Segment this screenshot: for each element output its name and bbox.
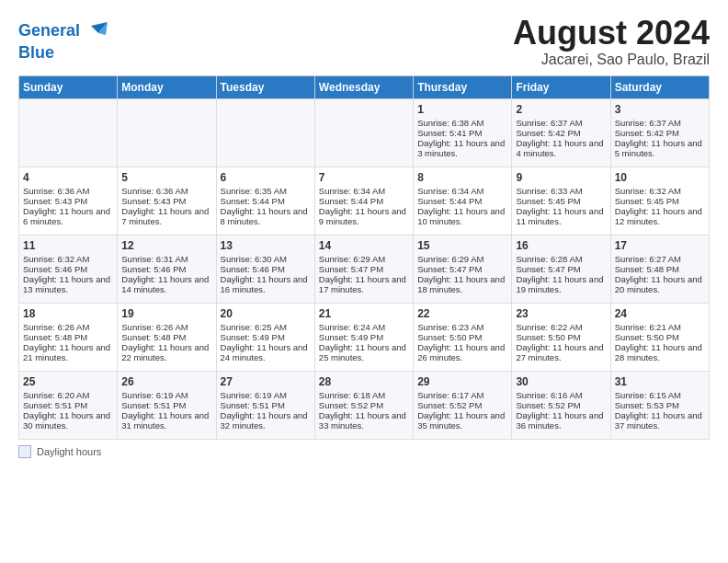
day-info: Sunrise: 6:34 AM Sunset: 5:44 PM Dayligh… <box>417 186 507 226</box>
day-info: Sunrise: 6:38 AM Sunset: 5:41 PM Dayligh… <box>417 118 507 158</box>
day-info: Sunrise: 6:26 AM Sunset: 5:48 PM Dayligh… <box>121 322 211 362</box>
day-number: 15 <box>417 239 507 252</box>
calendar-week-3: 18Sunrise: 6:26 AM Sunset: 5:48 PM Dayli… <box>19 303 710 371</box>
day-number: 1 <box>417 103 507 116</box>
day-info: Sunrise: 6:18 AM Sunset: 5:52 PM Dayligh… <box>319 390 409 431</box>
day-info: Sunrise: 6:30 AM Sunset: 5:46 PM Dayligh… <box>221 254 311 294</box>
calendar-cell: 21Sunrise: 6:24 AM Sunset: 5:49 PM Dayli… <box>314 303 413 371</box>
calendar-cell: 27Sunrise: 6:19 AM Sunset: 5:51 PM Dayli… <box>216 371 314 439</box>
calendar-cell: 1Sunrise: 6:38 AM Sunset: 5:41 PM Daylig… <box>414 98 512 167</box>
day-info: Sunrise: 6:24 AM Sunset: 5:49 PM Dayligh… <box>319 322 409 362</box>
day-number: 22 <box>417 307 507 320</box>
calendar-cell: 28Sunrise: 6:18 AM Sunset: 5:52 PM Dayli… <box>314 371 413 439</box>
calendar-cell: 4Sunrise: 6:36 AM Sunset: 5:43 PM Daylig… <box>19 167 118 235</box>
day-number: 19 <box>121 307 211 320</box>
day-info: Sunrise: 6:16 AM Sunset: 5:52 PM Dayligh… <box>516 390 606 431</box>
calendar-cell: 19Sunrise: 6:26 AM Sunset: 5:48 PM Dayli… <box>118 303 216 371</box>
day-info: Sunrise: 6:37 AM Sunset: 5:42 PM Dayligh… <box>516 118 606 158</box>
calendar-cell <box>314 98 413 167</box>
day-info: Sunrise: 6:33 AM Sunset: 5:45 PM Dayligh… <box>516 186 606 226</box>
calendar-cell: 6Sunrise: 6:35 AM Sunset: 5:44 PM Daylig… <box>216 167 314 235</box>
day-info: Sunrise: 6:20 AM Sunset: 5:51 PM Dayligh… <box>23 390 113 431</box>
logo-bird-icon <box>82 18 108 44</box>
day-info: Sunrise: 6:26 AM Sunset: 5:48 PM Dayligh… <box>23 322 113 362</box>
day-info: Sunrise: 6:32 AM Sunset: 5:46 PM Dayligh… <box>23 254 113 294</box>
logo: General Blue <box>18 18 108 61</box>
day-number: 27 <box>221 375 311 388</box>
day-number: 13 <box>221 239 311 252</box>
calendar-cell: 3Sunrise: 6:37 AM Sunset: 5:42 PM Daylig… <box>610 98 709 167</box>
day-info: Sunrise: 6:23 AM Sunset: 5:50 PM Dayligh… <box>417 322 507 362</box>
page: General Blue August 2024 Jacarei, Sao Pa… <box>0 0 728 467</box>
daylight-legend-box <box>18 445 31 458</box>
calendar-cell: 5Sunrise: 6:36 AM Sunset: 5:43 PM Daylig… <box>118 167 216 235</box>
day-info: Sunrise: 6:37 AM Sunset: 5:42 PM Dayligh… <box>615 118 705 158</box>
calendar-cell: 30Sunrise: 6:16 AM Sunset: 5:52 PM Dayli… <box>512 371 610 439</box>
calendar-week-4: 25Sunrise: 6:20 AM Sunset: 5:51 PM Dayli… <box>19 371 710 439</box>
day-number: 26 <box>121 375 211 388</box>
calendar-cell: 17Sunrise: 6:27 AM Sunset: 5:48 PM Dayli… <box>610 235 709 303</box>
day-number: 29 <box>417 375 507 388</box>
calendar-cell: 10Sunrise: 6:32 AM Sunset: 5:45 PM Dayli… <box>610 167 709 235</box>
day-info: Sunrise: 6:36 AM Sunset: 5:43 PM Dayligh… <box>23 186 113 226</box>
day-number: 20 <box>221 307 311 320</box>
calendar-cell: 22Sunrise: 6:23 AM Sunset: 5:50 PM Dayli… <box>414 303 512 371</box>
day-number: 16 <box>516 239 606 252</box>
day-info: Sunrise: 6:29 AM Sunset: 5:47 PM Dayligh… <box>319 254 409 294</box>
day-info: Sunrise: 6:31 AM Sunset: 5:46 PM Dayligh… <box>121 254 211 294</box>
col-sunday: Sunday <box>19 75 118 98</box>
day-number: 2 <box>516 103 606 116</box>
calendar-cell: 18Sunrise: 6:26 AM Sunset: 5:48 PM Dayli… <box>19 303 118 371</box>
day-number: 3 <box>615 103 705 116</box>
calendar-cell: 15Sunrise: 6:29 AM Sunset: 5:47 PM Dayli… <box>414 235 512 303</box>
logo-text: General <box>18 22 80 40</box>
day-number: 5 <box>121 171 211 184</box>
col-thursday: Thursday <box>414 75 512 98</box>
calendar-cell: 2Sunrise: 6:37 AM Sunset: 5:42 PM Daylig… <box>512 98 610 167</box>
title-block: August 2024 Jacarei, Sao Paulo, Brazil <box>513 15 710 68</box>
day-info: Sunrise: 6:28 AM Sunset: 5:47 PM Dayligh… <box>516 254 606 294</box>
day-number: 17 <box>615 239 705 252</box>
day-number: 31 <box>615 375 705 388</box>
day-number: 6 <box>221 171 311 184</box>
day-number: 28 <box>319 375 409 388</box>
day-info: Sunrise: 6:19 AM Sunset: 5:51 PM Dayligh… <box>221 390 311 431</box>
logo-blue: Blue <box>18 44 108 61</box>
day-number: 9 <box>516 171 606 184</box>
col-wednesday: Wednesday <box>314 75 413 98</box>
day-number: 21 <box>319 307 409 320</box>
day-info: Sunrise: 6:32 AM Sunset: 5:45 PM Dayligh… <box>615 186 705 226</box>
day-number: 4 <box>23 171 113 184</box>
day-number: 8 <box>417 171 507 184</box>
calendar-week-1: 4Sunrise: 6:36 AM Sunset: 5:43 PM Daylig… <box>19 167 710 235</box>
calendar-cell: 8Sunrise: 6:34 AM Sunset: 5:44 PM Daylig… <box>414 167 512 235</box>
day-info: Sunrise: 6:36 AM Sunset: 5:43 PM Dayligh… <box>121 186 211 226</box>
footer: Daylight hours <box>18 445 710 458</box>
col-saturday: Saturday <box>610 75 709 98</box>
calendar-cell: 24Sunrise: 6:21 AM Sunset: 5:50 PM Dayli… <box>610 303 709 371</box>
daylight-legend-label: Daylight hours <box>37 446 101 457</box>
day-number: 7 <box>319 171 409 184</box>
header-row: Sunday Monday Tuesday Wednesday Thursday… <box>19 75 710 98</box>
day-number: 18 <box>23 307 113 320</box>
calendar-cell: 20Sunrise: 6:25 AM Sunset: 5:49 PM Dayli… <box>216 303 314 371</box>
day-info: Sunrise: 6:15 AM Sunset: 5:53 PM Dayligh… <box>615 390 705 431</box>
calendar-cell: 16Sunrise: 6:28 AM Sunset: 5:47 PM Dayli… <box>512 235 610 303</box>
calendar-cell: 13Sunrise: 6:30 AM Sunset: 5:46 PM Dayli… <box>216 235 314 303</box>
day-info: Sunrise: 6:29 AM Sunset: 5:47 PM Dayligh… <box>417 254 507 294</box>
calendar-cell: 26Sunrise: 6:19 AM Sunset: 5:51 PM Dayli… <box>118 371 216 439</box>
calendar-subtitle: Jacarei, Sao Paulo, Brazil <box>513 52 710 68</box>
day-number: 10 <box>615 171 705 184</box>
calendar-cell <box>118 98 216 167</box>
calendar-week-0: 1Sunrise: 6:38 AM Sunset: 5:41 PM Daylig… <box>19 98 710 167</box>
calendar-cell: 31Sunrise: 6:15 AM Sunset: 5:53 PM Dayli… <box>610 371 709 439</box>
calendar-cell: 25Sunrise: 6:20 AM Sunset: 5:51 PM Dayli… <box>19 371 118 439</box>
calendar-cell: 12Sunrise: 6:31 AM Sunset: 5:46 PM Dayli… <box>118 235 216 303</box>
day-info: Sunrise: 6:22 AM Sunset: 5:50 PM Dayligh… <box>516 322 606 362</box>
day-number: 23 <box>516 307 606 320</box>
day-number: 25 <box>23 375 113 388</box>
day-info: Sunrise: 6:21 AM Sunset: 5:50 PM Dayligh… <box>615 322 705 362</box>
calendar-cell: 14Sunrise: 6:29 AM Sunset: 5:47 PM Dayli… <box>314 235 413 303</box>
day-number: 24 <box>615 307 705 320</box>
calendar-cell: 29Sunrise: 6:17 AM Sunset: 5:52 PM Dayli… <box>414 371 512 439</box>
